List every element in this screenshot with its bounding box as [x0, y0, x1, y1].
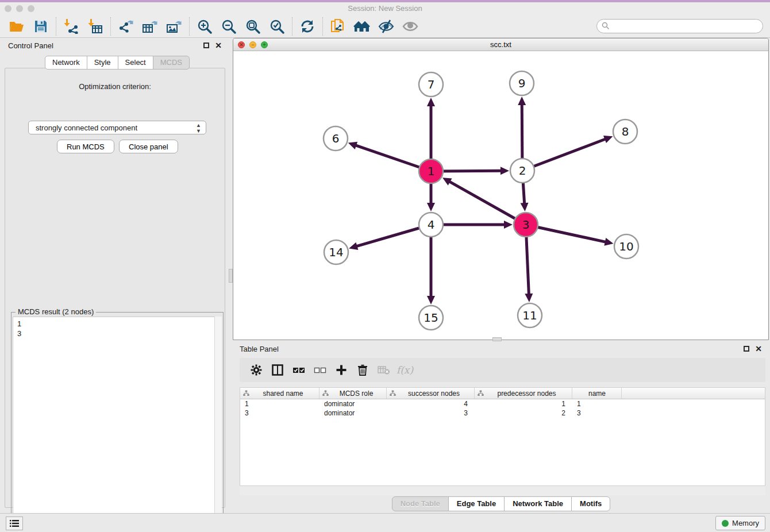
clone-network-icon[interactable] — [326, 16, 350, 37]
graph-edge-arrowhead — [504, 221, 513, 229]
export-image-icon[interactable] — [162, 16, 186, 37]
optimization-criterion-select[interactable]: strongly connected component ▲▼ — [28, 121, 206, 134]
close-table-panel-icon[interactable]: ✕ — [755, 346, 762, 352]
graph-node-label: 11 — [522, 309, 537, 322]
first-neighbors-icon[interactable] — [350, 16, 374, 37]
column-header-successor-nodes[interactable]: successor nodes — [387, 388, 475, 399]
zoom-fit-icon[interactable] — [241, 16, 265, 37]
toolbar-separator — [322, 17, 323, 36]
delete-row-icon[interactable] — [352, 360, 373, 380]
tab-network-table[interactable]: Network Table — [504, 496, 572, 511]
graph-edge-arrowhead — [500, 167, 509, 175]
zoom-out-icon[interactable] — [217, 16, 241, 37]
task-history-button[interactable] — [6, 516, 23, 530]
select-all-icon[interactable] — [288, 360, 309, 380]
run-mcds-button[interactable]: Run MCDS — [57, 140, 114, 153]
table-horizontal-scrollbar[interactable] — [240, 486, 765, 495]
control-panel-title: Control Panel — [8, 41, 203, 50]
tab-mcds[interactable]: MCDS — [153, 56, 190, 70]
toolbar-separator — [292, 17, 292, 36]
column-type-icon — [390, 390, 396, 396]
app-title: Session: New Session — [0, 2, 770, 15]
add-column-icon[interactable] — [330, 360, 352, 380]
tab-network[interactable]: Network — [45, 56, 87, 70]
graph-edge-arrowhead — [348, 142, 357, 149]
control-panel-tabs: Network Style Select MCDS — [45, 56, 189, 70]
search-field[interactable] — [596, 19, 763, 33]
network-window-titlebar: ✕ − + scc.txt — [233, 38, 768, 51]
table-header-row: shared name MCDS role successor nodes pr… — [240, 388, 765, 399]
open-file-icon[interactable] — [5, 16, 29, 37]
network-view-window: ✕ − + scc.txt 7968124314101511 — [233, 38, 769, 340]
column-header-predecessor-nodes[interactable]: predecessor nodes — [475, 388, 572, 399]
close-panel-icon[interactable]: ✕ — [215, 43, 222, 48]
tab-select[interactable]: Select — [118, 56, 153, 70]
hide-selected-icon[interactable] — [374, 16, 398, 37]
control-panel: Control Panel ✕ Network Style Select MCD… — [2, 38, 228, 510]
graph-node-label: 7 — [428, 78, 435, 91]
window-close-button[interactable] — [5, 5, 11, 12]
memory-button[interactable]: Memory — [715, 516, 765, 530]
search-icon — [602, 22, 610, 30]
import-network-icon[interactable] — [59, 16, 83, 37]
export-table-icon[interactable] — [138, 16, 162, 37]
toolbar-separator — [56, 17, 56, 36]
mcds-result-list[interactable]: 1 3 — [13, 317, 222, 527]
list-icon — [10, 519, 19, 527]
network-canvas[interactable]: 7968124314101511 — [233, 51, 768, 340]
table-toolbar: f(x) — [240, 358, 765, 382]
mcds-result-title: MCDS result (2 nodes) — [16, 307, 96, 316]
window-zoom-button[interactable] — [28, 5, 34, 12]
network-window-title: scc.txt — [233, 40, 768, 49]
show-all-icon[interactable] — [398, 16, 422, 37]
column-header-name[interactable]: name — [572, 388, 622, 399]
tab-edge-table[interactable]: Edge Table — [448, 496, 505, 511]
tab-style[interactable]: Style — [87, 56, 118, 70]
close-panel-button[interactable]: Close panel — [119, 140, 178, 153]
table-panel-title: Table Panel — [240, 345, 744, 353]
result-scrollbar[interactable] — [214, 317, 222, 527]
window-minimize-button[interactable] — [16, 5, 23, 12]
table-row[interactable]: 1 dominator 4 1 1 — [240, 399, 765, 408]
graph-node-label: 9 — [518, 76, 526, 90]
column-header-shared-name[interactable]: shared name — [240, 388, 319, 399]
apply-layout-icon[interactable] — [295, 16, 319, 37]
graph-edge-arrowhead — [521, 203, 529, 211]
zoom-in-icon[interactable] — [192, 16, 217, 37]
result-line: 1 — [17, 319, 221, 329]
tab-node-table[interactable]: Node Table — [392, 496, 449, 511]
graph-edge-arrowhead — [604, 238, 613, 246]
table-options-icon[interactable] — [245, 360, 267, 380]
memory-label: Memory — [732, 519, 759, 527]
vertical-splitter-handle[interactable] — [229, 269, 233, 283]
select-stepper-icon: ▲▼ — [196, 122, 201, 134]
graph-edge-arrowhead — [427, 296, 435, 304]
mcds-result-group: MCDS result (2 nodes) 1 3 — [11, 312, 224, 529]
delete-column-icon[interactable] — [373, 360, 394, 380]
show-column-icon[interactable] — [267, 360, 288, 380]
selected-option: strongly connected component — [36, 124, 137, 132]
import-table-icon[interactable] — [83, 16, 107, 37]
zoom-selected-icon[interactable] — [265, 16, 289, 37]
save-session-icon[interactable] — [29, 16, 53, 37]
table-panel: Table Panel ✕ f(x) — [233, 342, 769, 511]
graph-edge-arrowhead — [349, 242, 358, 250]
tab-motifs[interactable]: Motifs — [571, 496, 610, 511]
graph-node-label: 1 — [428, 164, 435, 178]
unselect-all-icon[interactable] — [309, 360, 330, 380]
function-builder-icon[interactable]: f(x) — [394, 360, 415, 380]
float-table-panel-icon[interactable] — [744, 346, 749, 352]
graph-edge-2-8[interactable] — [522, 139, 606, 171]
column-header-mcds-role[interactable]: MCDS role — [319, 388, 387, 399]
table-row[interactable]: 3 dominator 3 2 3 — [240, 408, 765, 418]
horizontal-splitter-handle[interactable] — [492, 337, 502, 341]
float-panel-icon[interactable] — [203, 43, 209, 48]
graph-node-label: 4 — [428, 218, 435, 232]
column-type-icon — [243, 390, 249, 396]
export-network-icon[interactable] — [114, 16, 138, 37]
graph-node-label: 3 — [522, 218, 530, 232]
graph-node-label: 2 — [519, 164, 526, 178]
graph-edge-3-1[interactable] — [449, 182, 526, 225]
column-type-icon — [322, 390, 329, 396]
search-input[interactable] — [596, 19, 763, 33]
